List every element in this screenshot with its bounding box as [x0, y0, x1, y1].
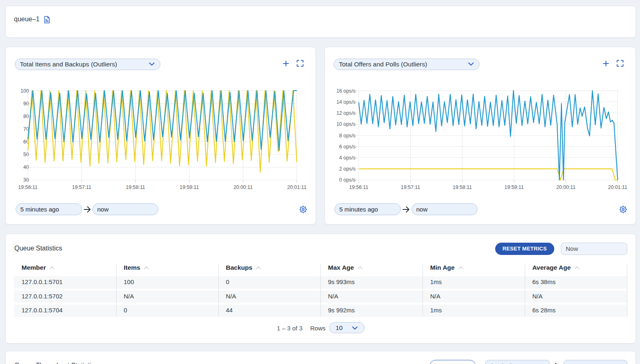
svg-text:80: 80: [23, 114, 29, 119]
svg-text:19:58:11: 19:58:11: [453, 184, 472, 190]
svg-text:19:58:11: 19:58:11: [126, 184, 145, 190]
svg-text:14 ops/s: 14 ops/s: [336, 99, 356, 105]
svg-text:4 ops/s: 4 ops/s: [339, 155, 355, 161]
svg-text:19:57:11: 19:57:11: [72, 184, 91, 190]
svg-text:0 ops/s: 0 ops/s: [339, 177, 355, 183]
svg-text:20:00:11: 20:00:11: [233, 184, 253, 190]
svg-text:19:56:11: 19:56:11: [18, 184, 38, 190]
svg-text:70: 70: [23, 126, 29, 132]
svg-text:20:01:11: 20:01:11: [287, 184, 306, 190]
svg-text:19:59:11: 19:59:11: [180, 184, 199, 190]
svg-text:6 ops/s: 6 ops/s: [339, 144, 355, 150]
svg-text:90: 90: [23, 101, 29, 107]
svg-text:12 ops/s: 12 ops/s: [336, 110, 356, 116]
svg-text:8 ops/s: 8 ops/s: [339, 133, 355, 139]
svg-text:10 ops/s: 10 ops/s: [336, 121, 356, 127]
svg-text:19:56:11: 19:56:11: [349, 184, 368, 190]
svg-text:2 ops/s: 2 ops/s: [339, 166, 355, 172]
svg-text:20:00:11: 20:00:11: [556, 184, 575, 190]
svg-text:20:01:11: 20:01:11: [608, 184, 627, 190]
svg-text:30: 30: [23, 177, 29, 183]
svg-text:16 ops/s: 16 ops/s: [336, 88, 356, 94]
svg-text:19:57:11: 19:57:11: [401, 184, 420, 190]
svg-text:19:59:11: 19:59:11: [504, 184, 523, 190]
svg-text:50: 50: [23, 152, 29, 157]
svg-text:40: 40: [23, 164, 29, 170]
